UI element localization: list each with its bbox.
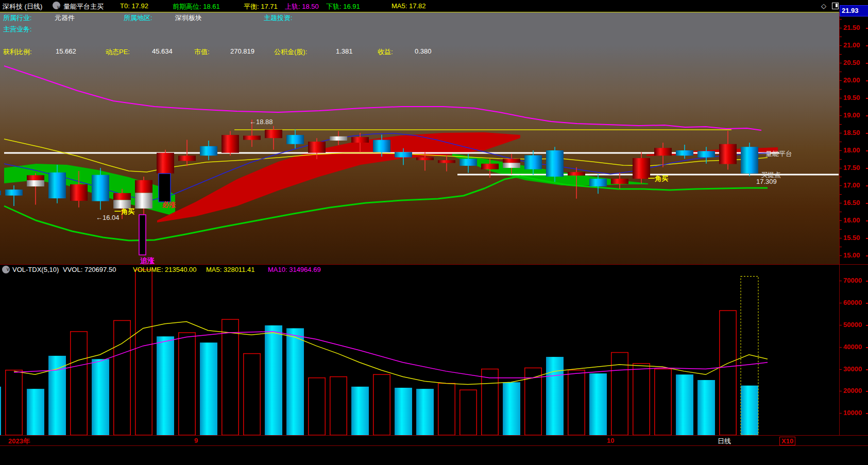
volume-bar-up[interactable]: [309, 378, 326, 435]
candle-body[interactable]: [5, 190, 23, 196]
candle-body[interactable]: [373, 140, 390, 152]
volume-bar-down[interactable]: [589, 373, 607, 435]
candle-body[interactable]: [200, 146, 217, 156]
candle-body[interactable]: [438, 160, 455, 163]
volume-bar-up[interactable]: [179, 333, 196, 435]
candle-body[interactable]: [351, 137, 369, 143]
candle-body[interactable]: [546, 150, 564, 177]
candle-body[interactable]: [503, 163, 520, 168]
candlestick-chart[interactable]: ←18.88←16.04一角买必涨追涨一角买量能平台买提点17.309: [0, 12, 839, 265]
candle-body[interactable]: [308, 142, 326, 153]
volume-bar-up[interactable]: [633, 364, 650, 435]
candle-body[interactable]: [395, 152, 412, 157]
candle-body[interactable]: [0, 191, 1, 195]
chevron-down-icon[interactable]: ∨: [53, 2, 60, 9]
volume-chart[interactable]: [0, 265, 839, 435]
axis-tick: [840, 115, 842, 116]
axis-tick: [840, 247, 842, 247]
volume-tick-label: 40000: [843, 343, 862, 351]
candle-body[interactable]: [92, 175, 109, 201]
candle-body[interactable]: [524, 156, 542, 169]
candle-body[interactable]: [676, 150, 693, 156]
volume-bar-down[interactable]: [503, 382, 520, 435]
volume-bar-up[interactable]: [373, 374, 390, 435]
candle-body[interactable]: [589, 179, 607, 186]
candle-body[interactable]: [416, 158, 434, 160]
volume-bar-up[interactable]: [460, 390, 477, 435]
volume-bar-down[interactable]: [157, 336, 174, 435]
candle-body[interactable]: [481, 164, 499, 169]
volume-bar-up[interactable]: [71, 332, 88, 435]
candle-body[interactable]: [265, 130, 282, 138]
volume-bar-down[interactable]: [546, 357, 564, 435]
axis-tick: [866, 413, 868, 414]
axis-tick: [840, 177, 842, 177]
volume-bar-down[interactable]: [92, 359, 109, 435]
axis-tick: [866, 45, 868, 46]
volume-bar-down[interactable]: [741, 386, 758, 435]
axis-tick: [866, 115, 868, 116]
candle-body[interactable]: [27, 180, 44, 186]
candle-body[interactable]: [70, 184, 88, 201]
volume-bar-up[interactable]: [438, 383, 455, 435]
candle-body[interactable]: [48, 173, 66, 198]
volume-bar-up[interactable]: [6, 370, 23, 435]
volume-bar-down[interactable]: [200, 342, 217, 435]
chevron-down-icon[interactable]: ∨: [2, 266, 10, 273]
candle-body[interactable]: [27, 175, 44, 180]
candle-body[interactable]: [222, 135, 239, 153]
period-label[interactable]: 日线: [718, 437, 731, 446]
volume-bar-up[interactable]: [114, 320, 131, 435]
volume-bar-down[interactable]: [27, 389, 44, 435]
vol-indicator-name[interactable]: VOL-TDX(5,10): [12, 266, 59, 273]
candle-body[interactable]: [330, 136, 347, 141]
candle-body[interactable]: [135, 180, 152, 193]
candle-body[interactable]: [741, 147, 758, 174]
candle-body[interactable]: [157, 153, 174, 174]
candle-body[interactable]: [633, 158, 650, 179]
volume-bar-down[interactable]: [351, 387, 369, 435]
indicator-name[interactable]: 量能平台主买: [63, 2, 104, 11]
hold-signal-bar: [159, 174, 171, 202]
candle-body[interactable]: [135, 193, 152, 209]
candle-body[interactable]: [286, 135, 304, 144]
candle-body[interactable]: [719, 144, 737, 164]
title-bar: 深科技 (日线) ∨ 量能平台主买 T0: 17.92 前期高位: 18.61 …: [0, 0, 868, 12]
volume-bar-up[interactable]: [482, 369, 499, 435]
volume-bar-up[interactable]: [655, 369, 672, 435]
buy-point-price: 17.309: [756, 178, 777, 185]
candle-body[interactable]: [243, 135, 261, 140]
volume-bar-down[interactable]: [676, 374, 693, 435]
window-icon[interactable]: [832, 3, 839, 9]
volume-bar-up[interactable]: [330, 377, 347, 435]
candle-body[interactable]: [113, 193, 131, 200]
axis-tick: [866, 150, 868, 151]
volume-bar-down[interactable]: [265, 325, 282, 435]
price-axis[interactable]: 21.5021.0020.5020.0019.5019.0018.5018.00…: [840, 12, 868, 265]
volume-bar-up[interactable]: [568, 370, 585, 435]
volume-bar-down[interactable]: [48, 356, 66, 435]
volume-bar-up[interactable]: [720, 311, 737, 435]
volume-bar-down[interactable]: [286, 328, 304, 435]
diamond-icon[interactable]: ◇: [821, 2, 826, 10]
axis-tick: [840, 89, 842, 90]
volume-bar-down[interactable]: [395, 388, 412, 435]
volume-bar-down[interactable]: [697, 380, 715, 435]
volume-bar-up[interactable]: [222, 319, 239, 435]
candle-body[interactable]: [611, 179, 628, 184]
axis-tick: [866, 238, 868, 239]
timeline-bar[interactable]: 2023年 9 10 日线 X10: [0, 436, 868, 445]
volume-axis[interactable]: 70000600005000040000300002000010000: [840, 265, 868, 435]
volume-bar-up[interactable]: [244, 354, 261, 435]
upper-band-value: 上轨: 18.50: [285, 2, 319, 11]
candle-body[interactable]: [178, 156, 196, 161]
volume-bar-down[interactable]: [416, 389, 434, 435]
candle-body[interactable]: [459, 159, 477, 166]
candle-body[interactable]: [568, 172, 585, 176]
volume-bar-down[interactable]: [0, 387, 1, 435]
candle-body[interactable]: [654, 148, 672, 156]
candle-body[interactable]: [697, 151, 715, 157]
candle-body[interactable]: [503, 159, 520, 163]
volume-bar-up[interactable]: [135, 270, 152, 435]
volume-tick-label: 10000: [843, 409, 862, 417]
